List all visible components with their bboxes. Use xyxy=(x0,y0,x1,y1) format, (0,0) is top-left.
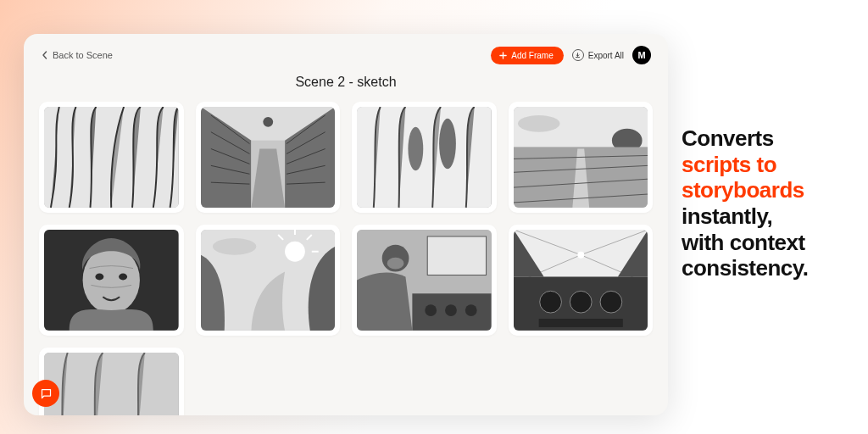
chat-button[interactable] xyxy=(32,380,59,407)
scene-title: Scene 2 - sketch xyxy=(24,75,668,90)
svg-point-19 xyxy=(439,119,456,169)
svg-point-46 xyxy=(445,304,457,316)
frame-card[interactable] xyxy=(352,225,497,336)
frame-thumb-canyon-sun xyxy=(201,230,336,331)
export-all-label: Export All xyxy=(588,51,624,60)
svg-point-32 xyxy=(119,273,127,280)
back-label: Back to Scene xyxy=(53,50,113,60)
frame-card[interactable] xyxy=(39,225,184,336)
svg-point-55 xyxy=(539,291,561,313)
svg-point-57 xyxy=(600,291,622,313)
frame-grid xyxy=(24,102,668,415)
export-all-button[interactable]: Export All xyxy=(572,49,624,61)
svg-point-21 xyxy=(517,115,559,132)
frame-thumb-field-landscape xyxy=(514,107,648,208)
frame-card[interactable] xyxy=(196,225,341,336)
frame-card[interactable] xyxy=(509,102,654,213)
svg-rect-41 xyxy=(427,236,486,275)
promo-l5: with context xyxy=(682,230,805,255)
add-frame-label: Add Frame xyxy=(511,51,553,60)
avatar-initial: M xyxy=(637,50,645,60)
promo-accent2: storyboards xyxy=(682,177,804,203)
frame-card[interactable] xyxy=(39,348,184,415)
frame-thumb-library xyxy=(201,107,336,208)
svg-point-45 xyxy=(425,304,437,316)
frame-thumb-pilot-side xyxy=(357,230,492,331)
frame-thumb-cockpit-pov xyxy=(514,230,648,331)
svg-point-53 xyxy=(577,252,584,259)
frame-card[interactable] xyxy=(509,225,654,336)
svg-point-34 xyxy=(285,242,305,262)
frame-thumb-corn-leaves xyxy=(44,107,179,208)
chevron-left-icon xyxy=(41,51,49,59)
frame-card[interactable] xyxy=(352,102,497,213)
frame-card[interactable] xyxy=(196,102,341,213)
plus-icon xyxy=(499,52,507,59)
svg-point-16 xyxy=(263,117,273,127)
promo-l6: consistency. xyxy=(682,255,809,281)
back-to-scene-link[interactable]: Back to Scene xyxy=(41,50,113,60)
promo-headline: Converts scripts to storyboards instantl… xyxy=(682,125,848,281)
add-frame-button[interactable]: Add Frame xyxy=(491,47,563,64)
promo-l1: Converts xyxy=(682,125,774,151)
promo-accent1: scripts to xyxy=(682,152,776,177)
topbar-actions: Add Frame Export All M xyxy=(491,46,651,64)
frame-card[interactable] xyxy=(39,102,184,213)
svg-point-39 xyxy=(212,238,256,255)
chat-icon xyxy=(40,387,53,400)
svg-point-47 xyxy=(465,304,477,316)
frame-thumb-corn-ears xyxy=(357,107,492,208)
svg-point-31 xyxy=(95,273,103,280)
svg-point-56 xyxy=(570,291,592,313)
frame-thumb-elderly-woman xyxy=(44,230,179,331)
topbar: Back to Scene Add Frame Export All M xyxy=(24,34,668,71)
avatar[interactable]: M xyxy=(632,46,651,64)
frame-thumb-partial xyxy=(44,353,179,415)
download-icon xyxy=(572,49,584,61)
promo-l4: instantly, xyxy=(682,203,772,229)
app-window: Back to Scene Add Frame Export All M Sce… xyxy=(24,34,668,415)
svg-point-18 xyxy=(408,127,423,171)
svg-rect-58 xyxy=(538,319,622,327)
svg-point-43 xyxy=(387,258,404,270)
